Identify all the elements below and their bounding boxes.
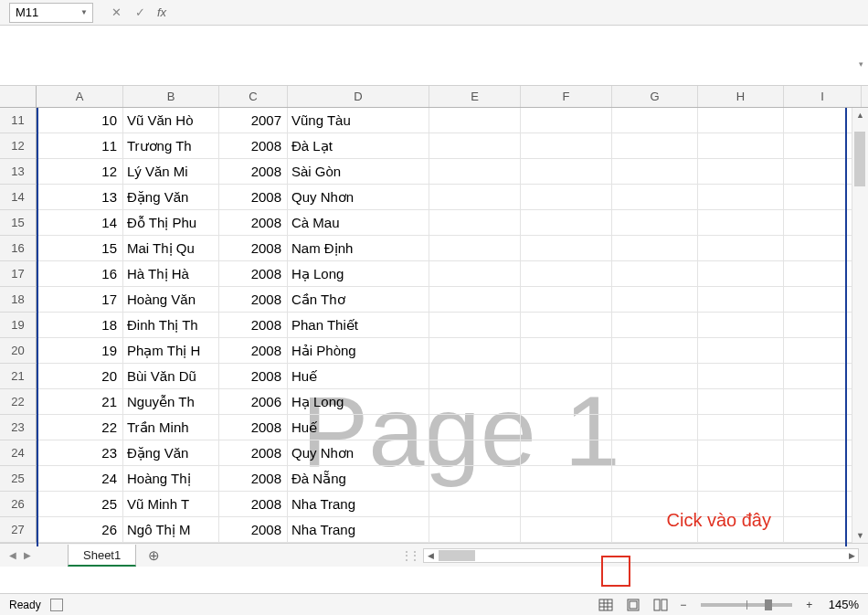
col-header-G[interactable]: G: [612, 86, 698, 107]
hscroll-thumb[interactable]: [439, 550, 475, 561]
cell[interactable]: 2008: [219, 133, 288, 158]
view-page-break-button[interactable]: [650, 596, 672, 614]
cell[interactable]: Phan Thiết: [288, 313, 429, 337]
cell[interactable]: 25: [37, 492, 123, 516]
zoom-in-button[interactable]: +: [803, 599, 816, 611]
cell[interactable]: 2008: [219, 517, 288, 542]
cell[interactable]: [521, 108, 612, 133]
row-header[interactable]: 27: [0, 517, 37, 543]
cell[interactable]: [521, 210, 612, 235]
row-header[interactable]: 25: [0, 466, 37, 492]
row-header[interactable]: 22: [0, 389, 37, 415]
cell[interactable]: [612, 185, 698, 209]
cell[interactable]: [429, 210, 521, 235]
col-header-I[interactable]: I: [784, 86, 862, 107]
cell[interactable]: [612, 415, 698, 440]
cell[interactable]: [429, 185, 521, 209]
col-header-E[interactable]: E: [429, 86, 521, 107]
cell[interactable]: 11: [37, 133, 123, 158]
cell[interactable]: 14: [37, 210, 123, 235]
cell[interactable]: 13: [37, 185, 123, 209]
row-header[interactable]: 21: [0, 364, 37, 389]
cell[interactable]: Hạ Long: [288, 389, 429, 414]
cell[interactable]: [429, 236, 521, 260]
cell[interactable]: 2008: [219, 159, 288, 184]
cell[interactable]: Vũ Văn Hò: [123, 108, 219, 133]
cell[interactable]: 10: [37, 108, 123, 133]
cell[interactable]: 20: [37, 364, 123, 388]
cell[interactable]: [698, 210, 784, 235]
cell[interactable]: [521, 313, 612, 337]
cell[interactable]: [784, 133, 862, 158]
cell[interactable]: 2006: [219, 389, 288, 414]
cell[interactable]: [698, 440, 784, 465]
sheet-nav-buttons[interactable]: ◀ ▶: [0, 550, 40, 560]
cell[interactable]: Vũ Minh T: [123, 492, 219, 516]
cell[interactable]: [521, 466, 612, 491]
cell[interactable]: [698, 159, 784, 184]
cell[interactable]: Hoàng Văn: [123, 287, 219, 312]
zoom-out-button[interactable]: −: [677, 599, 690, 611]
cell[interactable]: [698, 185, 784, 209]
cell[interactable]: Trương Th: [123, 133, 219, 158]
cell[interactable]: Vũng Tàu: [288, 108, 429, 133]
row-header[interactable]: 24: [0, 440, 37, 466]
cell[interactable]: [698, 236, 784, 260]
cell[interactable]: [784, 287, 862, 312]
formula-collapse-icon[interactable]: ▾: [855, 59, 866, 69]
cell[interactable]: Trần Minh: [123, 415, 219, 440]
cell[interactable]: [784, 236, 862, 260]
row-header[interactable]: 11: [0, 108, 37, 133]
cell[interactable]: [429, 440, 521, 465]
cell[interactable]: 2008: [219, 185, 288, 209]
cell[interactable]: 21: [37, 389, 123, 414]
row-header[interactable]: 17: [0, 261, 37, 287]
sheet-next-icon[interactable]: ▶: [24, 550, 31, 560]
cell[interactable]: [612, 466, 698, 491]
cell[interactable]: 2008: [219, 466, 288, 491]
cell[interactable]: 2008: [219, 287, 288, 312]
cell[interactable]: 2008: [219, 364, 288, 388]
cell[interactable]: [429, 287, 521, 312]
cell[interactable]: [698, 389, 784, 414]
cell[interactable]: [521, 364, 612, 388]
record-macro-icon[interactable]: [50, 599, 63, 611]
cell[interactable]: [612, 236, 698, 260]
cell[interactable]: 24: [37, 466, 123, 491]
row-header[interactable]: 20: [0, 338, 37, 364]
enter-icon[interactable]: ✓: [132, 5, 148, 21]
cell[interactable]: [429, 261, 521, 286]
cell[interactable]: [521, 338, 612, 363]
cell[interactable]: Mai Thị Qu: [123, 236, 219, 260]
cell[interactable]: [784, 185, 862, 209]
cell[interactable]: Huế: [288, 415, 429, 440]
scroll-left-icon[interactable]: ◀: [424, 551, 437, 560]
cell[interactable]: [429, 108, 521, 133]
cell[interactable]: [784, 517, 862, 542]
cell[interactable]: [784, 159, 862, 184]
cell[interactable]: [784, 108, 862, 133]
view-page-layout-button[interactable]: [622, 596, 644, 614]
cell[interactable]: 17: [37, 287, 123, 312]
cell[interactable]: [612, 261, 698, 286]
cell[interactable]: 15: [37, 236, 123, 260]
cell[interactable]: [429, 492, 521, 516]
cell[interactable]: 2008: [219, 338, 288, 363]
cell[interactable]: [521, 185, 612, 209]
cell[interactable]: [612, 313, 698, 337]
vscroll-track[interactable]: [852, 122, 868, 528]
cell[interactable]: [698, 313, 784, 337]
sheet-prev-icon[interactable]: ◀: [9, 550, 16, 560]
cell[interactable]: [521, 261, 612, 286]
tab-resize-grip[interactable]: ⋮⋮: [401, 549, 418, 562]
cell[interactable]: Đinh Thị Th: [123, 313, 219, 337]
select-all-triangle[interactable]: [0, 86, 37, 107]
cell[interactable]: [612, 440, 698, 465]
cell[interactable]: 2008: [219, 440, 288, 465]
cell[interactable]: Hạ Long: [288, 261, 429, 286]
cell[interactable]: [521, 287, 612, 312]
cell[interactable]: Quy Nhơn: [288, 440, 429, 465]
col-header-F[interactable]: F: [521, 86, 612, 107]
cell[interactable]: [429, 364, 521, 388]
cell[interactable]: [429, 389, 521, 414]
